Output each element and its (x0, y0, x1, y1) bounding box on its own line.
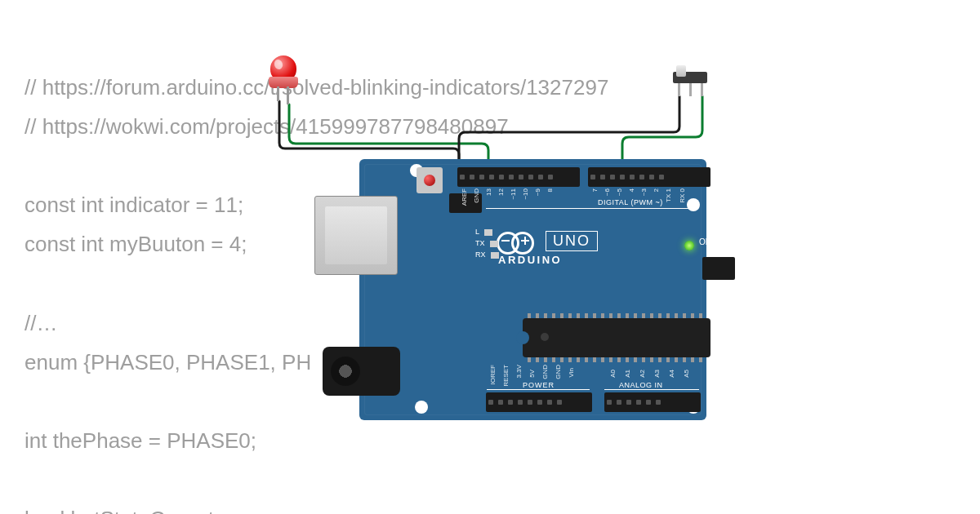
mounting-hole (687, 198, 700, 211)
analog-header[interactable] (604, 392, 701, 412)
power-label: POWER (523, 381, 555, 389)
status-leds: L TX RX (475, 226, 499, 260)
brand-label: ARDUINO (498, 254, 562, 266)
atmega-chip (523, 318, 710, 357)
led-component[interactable] (265, 55, 301, 100)
arduino-uno-board[interactable]: AREF GND 13 12 ~11 ~10 ~9 8 7 ~6 ~5 4 ~3… (314, 159, 706, 436)
dc-barrel-jack (323, 347, 400, 396)
slide-switch[interactable] (670, 65, 710, 98)
usb-port (314, 196, 398, 275)
wire-switch-gnd (459, 96, 679, 167)
model-label: UNO (546, 231, 598, 251)
icsp-header-2 (702, 257, 735, 280)
digital-header-right[interactable] (588, 167, 710, 187)
power-led (684, 241, 694, 250)
on-label: ON (699, 237, 711, 246)
digital-header-left[interactable] (457, 167, 580, 187)
digital-label: DIGITAL (PWM ~) (598, 198, 663, 206)
pcb: AREF GND 13 12 ~11 ~10 ~9 8 7 ~6 ~5 4 ~3… (359, 159, 706, 420)
arduino-logo: UNO (497, 231, 598, 251)
switch-knob[interactable] (676, 65, 686, 77)
infinity-icon (497, 232, 534, 251)
led-cathode (277, 86, 279, 101)
led-anode (287, 86, 289, 104)
analog-label: ANALOG IN (619, 381, 663, 389)
mounting-hole (415, 401, 428, 414)
wire-led-gnd (279, 101, 459, 167)
power-header[interactable] (486, 392, 592, 412)
reset-button[interactable] (416, 167, 443, 193)
